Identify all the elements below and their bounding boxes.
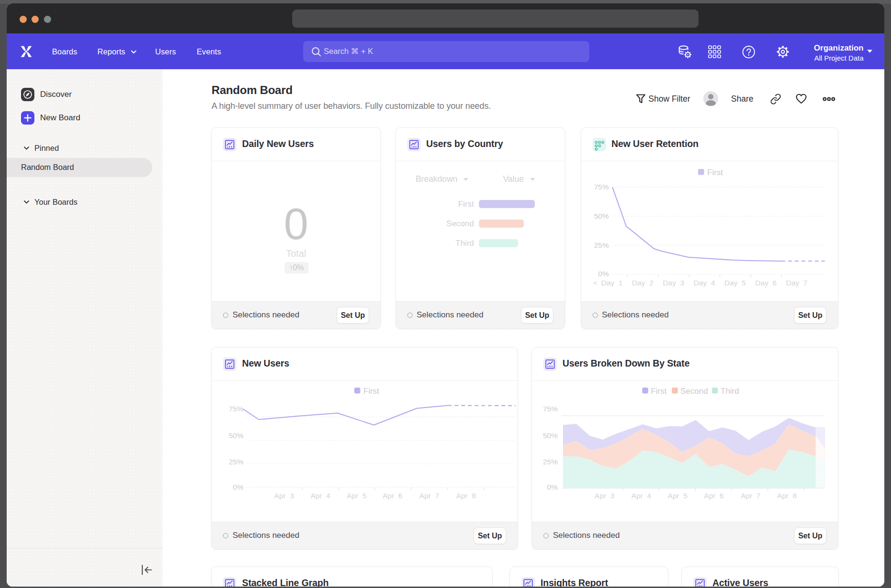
svg-text:Apr 5: Apr 5 — [347, 492, 366, 500]
svg-text:Apr 3: Apr 3 — [594, 492, 614, 500]
svg-text:Day 3: Day 3 — [663, 279, 684, 287]
svg-text:Day 4: Day 4 — [693, 279, 715, 287]
svg-text:50%: 50% — [229, 431, 244, 440]
svg-text:Apr 8: Apr 8 — [777, 492, 796, 500]
svg-text:Apr 3: Apr 3 — [274, 492, 294, 500]
svg-text:First: First — [707, 168, 723, 177]
svg-text:<: < — [593, 279, 597, 287]
svg-text:Day 1: Day 1 — [601, 279, 623, 287]
svg-text:Day 2: Day 2 — [632, 279, 653, 287]
svg-text:Apr 4: Apr 4 — [310, 492, 330, 500]
svg-text:0%: 0% — [233, 483, 244, 491]
svg-text:Day 7: Day 7 — [786, 279, 807, 287]
svg-text:75%: 75% — [594, 183, 608, 191]
svg-text:Apr 4: Apr 4 — [631, 492, 651, 500]
svg-text:50%: 50% — [594, 212, 608, 220]
svg-text:Apr 6: Apr 6 — [382, 492, 402, 500]
svg-text:0%: 0% — [598, 270, 609, 278]
svg-text:First: First — [651, 387, 667, 396]
svg-text:50%: 50% — [543, 431, 558, 440]
svg-text:25%: 25% — [229, 458, 244, 466]
svg-text:75%: 75% — [543, 405, 558, 413]
svg-text:Third: Third — [721, 387, 739, 396]
svg-text:Apr 6: Apr 6 — [704, 492, 723, 500]
svg-text:Day 6: Day 6 — [755, 279, 776, 287]
svg-text:Apr 7: Apr 7 — [741, 492, 760, 500]
svg-text:25%: 25% — [543, 458, 558, 466]
svg-text:Apr 5: Apr 5 — [668, 492, 687, 500]
svg-text:0%: 0% — [547, 483, 558, 491]
svg-text:Apr 8: Apr 8 — [456, 492, 476, 500]
svg-text:Apr 7: Apr 7 — [419, 492, 439, 500]
svg-text:Second: Second — [680, 387, 708, 396]
svg-text:75%: 75% — [229, 405, 244, 413]
svg-text:First: First — [363, 387, 379, 396]
svg-text:25%: 25% — [594, 241, 608, 249]
svg-text:Day 5: Day 5 — [724, 279, 746, 287]
